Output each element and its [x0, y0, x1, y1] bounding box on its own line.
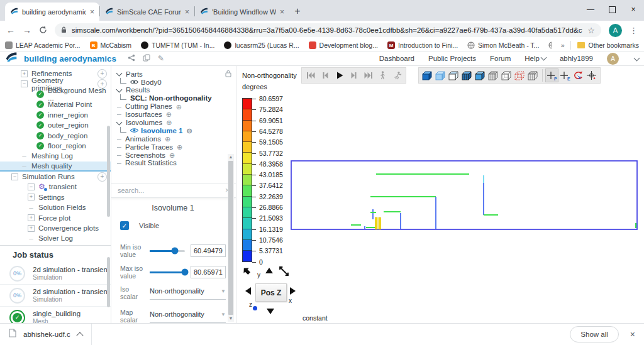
- dropdown-select[interactable]: Non-orthogonality▼: [150, 285, 226, 300]
- add-icon[interactable]: +: [97, 172, 107, 182]
- scene-item-result-statistics[interactable]: Result Statistics: [117, 160, 233, 168]
- browser-tab[interactable]: 'Building Windflow With Differen×: [195, 3, 289, 21]
- scene-item-isovolume-1[interactable]: Isovolume 1⊖: [117, 127, 233, 135]
- value-input[interactable]: 80.65971: [191, 266, 226, 278]
- header-username[interactable]: abhly1899: [560, 55, 593, 62]
- value-slider[interactable]: [150, 271, 185, 273]
- address-bar[interactable]: simscale.com/workbench/?pid=365150645844…: [55, 23, 601, 37]
- share-icon[interactable]: [128, 54, 135, 63]
- collapse-icon[interactable]: −: [28, 183, 35, 190]
- close-window-icon[interactable]: ×: [623, 0, 644, 19]
- downloaded-file-chip[interactable]: abhishek-udf.c: [0, 324, 91, 345]
- simscale-logo[interactable]: [5, 51, 18, 66]
- add-circle-icon[interactable]: ⊕: [166, 111, 172, 118]
- job-list-scrollbar[interactable]: [107, 257, 110, 307]
- search-field[interactable]: search... ×: [111, 183, 236, 198]
- bookmark-item[interactable]: Mulsanne's Corner,...: [548, 41, 551, 49]
- bookmark-item[interactable]: BMcCabism: [90, 41, 132, 49]
- close-download-bar-icon[interactable]: ×: [630, 329, 635, 339]
- sidebar-item-simulation-runs[interactable]: −Simulation Runs+: [0, 172, 111, 182]
- collapse-icon[interactable]: −: [21, 80, 28, 87]
- browser-tab[interactable]: building aerodynamics | SimScale×: [5, 3, 99, 21]
- browser-tab[interactable]: SimScale CAE Forum×: [100, 3, 194, 21]
- scene-item-isosurfaces[interactable]: Isosurfaces⊕: [117, 111, 233, 119]
- remove-circle-icon[interactable]: ⊖: [186, 128, 192, 134]
- scene-item-isovolumes[interactable]: Isovolumes⊕: [117, 119, 233, 127]
- home-view-icon[interactable]: [242, 266, 251, 277]
- expand-icon[interactable]: +: [28, 214, 35, 221]
- scene-item-cutting-planes[interactable]: Cutting Planes⊕: [117, 103, 233, 111]
- add-circle-icon[interactable]: ⊕: [166, 119, 172, 126]
- scene-item-results[interactable]: Results: [117, 87, 233, 95]
- pan-down-icon[interactable]: [267, 309, 274, 314]
- other-bookmarks[interactable]: Other bookmarks: [577, 41, 639, 49]
- forward-icon[interactable]: →: [23, 26, 31, 35]
- pan-left-icon[interactable]: [245, 287, 251, 295]
- dropdown-select[interactable]: Non-orthogonality▼: [150, 309, 226, 323]
- sidebar-item-floor-region[interactable]: ✓floor_region: [0, 141, 111, 151]
- view-orientation-button[interactable]: Pos Z: [255, 283, 287, 302]
- scroll-thumb[interactable]: [228, 161, 233, 315]
- sidebar-item-force-plot[interactable]: +Force plot: [0, 212, 111, 222]
- sidebar-item-outer-region[interactable]: ✓outer_region: [0, 120, 111, 130]
- eye-icon[interactable]: [130, 79, 138, 87]
- collapse-icon[interactable]: −: [11, 173, 18, 180]
- sidebar-scrollbar[interactable]: [107, 126, 110, 217]
- new-tab-button[interactable]: +: [289, 3, 306, 19]
- tab-close-icon[interactable]: ×: [185, 8, 189, 16]
- nav-item-public-projects[interactable]: Public Projects: [428, 55, 476, 62]
- scene-item-scl-non-orthogonality[interactable]: SCL: Non-orthogonality: [117, 95, 233, 103]
- viewport[interactable]: Non-orthogonality degrees 80.659775.2824…: [236, 66, 644, 324]
- maximize-icon[interactable]: [601, 0, 623, 19]
- download-options-chevron-icon[interactable]: [76, 332, 83, 339]
- browser-menu-icon[interactable]: ⋮: [630, 26, 638, 35]
- scene-item-animations[interactable]: Animations⊕: [117, 135, 233, 143]
- bookmark-item[interactable]: LEAP Academic Por...: [5, 41, 80, 49]
- reload-icon[interactable]: [39, 26, 47, 35]
- nav-item-dashboard[interactable]: Dashboard: [379, 55, 414, 62]
- sidebar-item-meshing-log[interactable]: –Meshing Log: [0, 151, 111, 161]
- chevron-down-icon[interactable]: [116, 119, 123, 125]
- sidebar-item-body-region[interactable]: ✓body_region: [0, 130, 111, 140]
- slider-handle[interactable]: [172, 248, 179, 255]
- sidebar-item-convergence-plots[interactable]: +Convergence plots: [0, 223, 111, 233]
- properties-scrollbar[interactable]: ▲ ▼: [228, 154, 234, 322]
- sidebar-item-inner-region[interactable]: ✓inner_region: [0, 110, 111, 120]
- sidebar-item-solver-log[interactable]: –Solver Log: [0, 233, 111, 243]
- tab-close-icon[interactable]: ×: [90, 8, 94, 16]
- nav-item-help[interactable]: Help: [525, 55, 546, 62]
- nav-item-forum[interactable]: Forum: [490, 55, 511, 62]
- diagonal-arrows-icon[interactable]: [279, 266, 289, 277]
- edit-pencil-icon[interactable]: ✎: [158, 54, 164, 63]
- job-row[interactable]: 0%2d simulation - transient fix...Simula…: [0, 285, 111, 307]
- bookmark-star-icon[interactable]: ☆: [587, 26, 595, 35]
- slider-handle[interactable]: [182, 269, 189, 276]
- scroll-down-icon[interactable]: ▼: [229, 315, 233, 322]
- scene-item-parts[interactable]: Parts: [117, 70, 233, 79]
- chevron-down-icon[interactable]: [116, 87, 123, 93]
- value-slider[interactable]: [150, 250, 185, 252]
- pan-up-icon[interactable]: [265, 268, 273, 273]
- add-circle-icon[interactable]: ⊕: [169, 152, 175, 159]
- copy-icon[interactable]: [143, 54, 150, 63]
- value-input[interactable]: 60.49479: [191, 244, 226, 257]
- add-circle-icon[interactable]: ⊕: [176, 104, 182, 111]
- browser-profile-avatar[interactable]: A: [609, 24, 622, 37]
- expand-icon[interactable]: +: [28, 225, 35, 232]
- chevron-down-icon[interactable]: [634, 55, 640, 61]
- scene-item-body0[interactable]: Body0: [117, 79, 233, 87]
- add-circle-icon[interactable]: ⊕: [165, 136, 170, 143]
- scroll-up-icon[interactable]: ▲: [229, 154, 233, 160]
- job-row[interactable]: ✓single_buildingMesh: [0, 307, 111, 324]
- sidebar-item-solution-fields[interactable]: –Solution Fields: [0, 202, 111, 212]
- visible-checkbox[interactable]: ✓: [120, 221, 129, 230]
- sidebar-item-settings[interactable]: +Settings: [0, 192, 111, 202]
- scene-item-screenshots[interactable]: Screenshots⊕: [117, 151, 233, 160]
- chevron-down-icon[interactable]: [116, 70, 123, 77]
- back-icon[interactable]: ←: [6, 26, 15, 35]
- scene-item-particle-traces[interactable]: Particle Traces⊕: [117, 143, 233, 151]
- pan-right-icon[interactable]: [290, 287, 296, 295]
- tab-close-icon[interactable]: ×: [280, 8, 284, 16]
- sidebar-item-background-mesh-[interactable]: ✓Background Mesh ...: [0, 89, 111, 99]
- minimize-icon[interactable]: —: [580, 0, 601, 19]
